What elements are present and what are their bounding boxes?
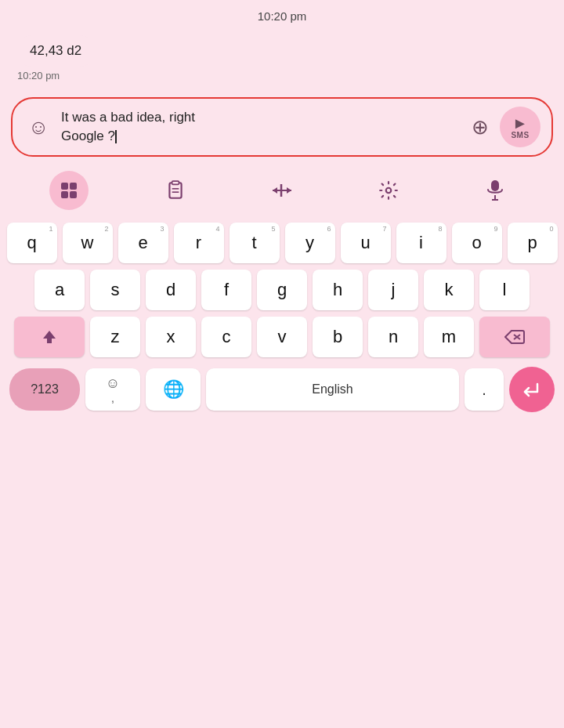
svg-rect-0: [61, 183, 68, 190]
key-x[interactable]: x: [146, 317, 196, 357]
apps-icon: [60, 181, 78, 200]
key-i[interactable]: 8i: [396, 223, 446, 263]
add-attachment-button[interactable]: ⊕: [465, 112, 495, 142]
key-r[interactable]: 4r: [174, 223, 224, 263]
input-line1: It was a bad idea, right: [61, 108, 457, 127]
key-d[interactable]: d: [146, 270, 196, 310]
key-row-3: z x c v b n m: [5, 317, 559, 357]
key-f[interactable]: f: [201, 270, 251, 310]
cursor-select-button[interactable]: [262, 171, 302, 210]
svg-rect-13: [491, 180, 499, 191]
svg-point-12: [386, 188, 392, 194]
space-button[interactable]: English: [206, 368, 459, 411]
emoji-icon: ☺: [28, 115, 49, 139]
clipboard-icon: [165, 180, 186, 201]
microphone-icon: [486, 179, 504, 201]
num-special-button[interactable]: ?123: [9, 368, 80, 411]
emoji-bottom-icon: ☺: [106, 375, 120, 392]
svg-rect-2: [61, 191, 68, 198]
input-line2: Google ?: [61, 127, 457, 146]
sender-label: 42,43 d2: [30, 43, 81, 58]
bottom-key-row: ?123 ☺ , 🌐 English .: [5, 364, 559, 418]
message-input-container: ☺ It was a bad idea, right Google ? ⊕ ► …: [11, 97, 553, 157]
svg-rect-5: [172, 181, 179, 184]
settings-button[interactable]: [369, 171, 408, 210]
language-button[interactable]: 🌐: [146, 368, 201, 411]
svg-rect-1: [70, 183, 77, 190]
emoji-comma-button[interactable]: ☺ ,: [85, 368, 140, 411]
emoji-button[interactable]: ☺: [24, 112, 53, 142]
key-h[interactable]: h: [313, 270, 363, 310]
key-z[interactable]: z: [90, 317, 140, 357]
backspace-button[interactable]: [479, 317, 550, 357]
svg-rect-3: [70, 191, 77, 198]
add-icon: ⊕: [472, 115, 489, 139]
key-l[interactable]: l: [479, 270, 530, 310]
num-special-label: ?123: [31, 382, 59, 397]
enter-button[interactable]: [509, 367, 555, 412]
message-text-field[interactable]: It was a bad idea, right Google ?: [53, 108, 465, 146]
svg-marker-10: [287, 187, 291, 194]
shift-button[interactable]: [14, 317, 85, 357]
key-s[interactable]: s: [90, 270, 140, 310]
settings-icon: [378, 180, 399, 201]
key-t[interactable]: 5t: [230, 223, 280, 263]
key-k[interactable]: k: [424, 270, 474, 310]
key-y[interactable]: 6y: [285, 223, 335, 263]
key-m[interactable]: m: [424, 317, 474, 357]
keyboard: 1q 2w 3e 4r 5t 6y 7u 8i 9o 0p a s d f g …: [0, 219, 564, 418]
key-row-2: a s d f g h j k l: [5, 270, 559, 310]
key-w[interactable]: 2w: [63, 223, 113, 263]
key-e[interactable]: 3e: [118, 223, 168, 263]
enter-icon: [522, 381, 542, 398]
comma-label: ,: [111, 392, 114, 404]
period-label: .: [482, 381, 486, 399]
period-button[interactable]: .: [465, 368, 504, 411]
status-time: 10:20 pm: [258, 9, 307, 23]
cursor-select-icon: [271, 182, 293, 199]
svg-marker-16: [43, 331, 56, 343]
status-bar: 10:20 pm: [0, 0, 564, 27]
sms-label: SMS: [511, 131, 529, 139]
apps-button[interactable]: [49, 171, 89, 210]
send-sms-button[interactable]: ► SMS: [500, 107, 540, 147]
svg-marker-9: [273, 187, 277, 194]
globe-icon: 🌐: [163, 379, 184, 400]
microphone-button[interactable]: [475, 171, 515, 210]
message-time: 10:20 pm: [16, 70, 548, 81]
clipboard-button[interactable]: [156, 171, 195, 210]
key-v[interactable]: v: [257, 317, 307, 357]
key-a[interactable]: a: [34, 270, 85, 310]
key-p[interactable]: 0p: [508, 223, 558, 263]
key-o[interactable]: 9o: [452, 223, 502, 263]
key-u[interactable]: 7u: [341, 223, 391, 263]
keyboard-toolbar: [0, 165, 564, 216]
key-row-1: 1q 2w 3e 4r 5t 6y 7u 8i 9o 0p: [5, 223, 559, 263]
key-b[interactable]: b: [313, 317, 363, 357]
space-label: English: [312, 382, 352, 397]
key-g[interactable]: g: [257, 270, 307, 310]
key-q[interactable]: 1q: [7, 223, 57, 263]
send-arrow-icon: ►: [512, 115, 528, 131]
key-c[interactable]: c: [201, 317, 251, 357]
key-n[interactable]: n: [368, 317, 418, 357]
key-j[interactable]: j: [368, 270, 418, 310]
sender-bubble: 42,43 d2: [16, 35, 96, 67]
